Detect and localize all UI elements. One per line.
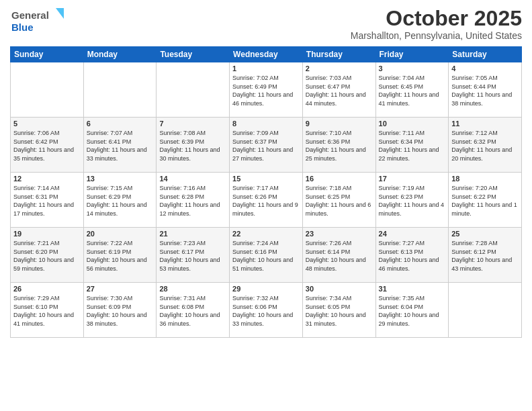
day-info: Sunrise: 7:31 AMSunset: 6:08 PMDaylight:… (159, 295, 220, 327)
header-tuesday: Tuesday (157, 47, 230, 62)
calendar-week-row: 19Sunrise: 7:21 AMSunset: 6:20 PMDayligh… (11, 228, 522, 283)
table-row (449, 283, 522, 338)
header-sunday: Sunday (11, 47, 84, 62)
day-number: 1 (232, 64, 300, 73)
calendar-week-row: 5Sunrise: 7:06 AMSunset: 6:42 PMDaylight… (11, 118, 522, 173)
day-number: 7 (159, 120, 226, 128)
table-row: 8Sunrise: 7:09 AMSunset: 6:37 PMDaylight… (230, 118, 303, 173)
table-row: 4Sunrise: 7:05 AMSunset: 6:44 PMDaylight… (449, 62, 522, 118)
header-friday: Friday (375, 47, 449, 62)
day-number: 17 (379, 175, 446, 183)
day-info: Sunrise: 7:24 AMSunset: 6:16 PMDaylight:… (232, 240, 293, 272)
day-number: 8 (232, 120, 300, 128)
day-info: Sunrise: 7:08 AMSunset: 6:39 PMDaylight:… (159, 130, 220, 162)
calendar-week-row: 26Sunrise: 7:29 AMSunset: 6:10 PMDayligh… (11, 283, 522, 338)
day-number: 25 (451, 230, 519, 238)
day-number: 10 (379, 120, 446, 128)
day-info: Sunrise: 7:14 AMSunset: 6:31 PMDaylight:… (13, 185, 74, 217)
day-info: Sunrise: 7:04 AMSunset: 6:45 PMDaylight:… (379, 75, 439, 107)
day-number: 30 (306, 285, 373, 293)
table-row: 24Sunrise: 7:27 AMSunset: 6:13 PMDayligh… (375, 228, 449, 283)
day-number: 27 (87, 285, 154, 293)
day-info: Sunrise: 7:12 AMSunset: 6:32 PMDaylight:… (451, 130, 512, 162)
table-row: 2Sunrise: 7:03 AMSunset: 6:47 PMDaylight… (302, 62, 375, 118)
table-row: 27Sunrise: 7:30 AMSunset: 6:09 PMDayligh… (83, 283, 157, 338)
day-number: 4 (451, 64, 519, 73)
day-info: Sunrise: 7:15 AMSunset: 6:29 PMDaylight:… (87, 185, 147, 217)
svg-text:Blue: Blue (11, 21, 34, 33)
day-number: 6 (87, 120, 154, 128)
table-row: 31Sunrise: 7:35 AMSunset: 6:04 PMDayligh… (375, 283, 449, 338)
day-number: 15 (232, 175, 300, 183)
day-number: 18 (451, 175, 519, 183)
title-block: October 2025 Marshallton, Pennsylvania, … (351, 7, 522, 41)
table-row (83, 62, 157, 118)
day-number: 14 (159, 175, 226, 183)
table-row: 5Sunrise: 7:06 AMSunset: 6:42 PMDaylight… (11, 118, 84, 173)
day-number: 26 (13, 285, 81, 293)
day-number: 16 (306, 175, 373, 183)
calendar-week-row: 12Sunrise: 7:14 AMSunset: 6:31 PMDayligh… (11, 173, 522, 228)
day-number: 29 (232, 285, 300, 293)
day-info: Sunrise: 7:16 AMSunset: 6:28 PMDaylight:… (159, 185, 220, 217)
day-info: Sunrise: 7:10 AMSunset: 6:36 PMDaylight:… (306, 130, 366, 162)
day-number: 20 (87, 230, 154, 238)
day-number: 12 (13, 175, 81, 183)
table-row (157, 62, 230, 118)
day-info: Sunrise: 7:06 AMSunset: 6:42 PMDaylight:… (13, 130, 74, 162)
calendar-week-row: 1Sunrise: 7:02 AMSunset: 6:49 PMDaylight… (11, 62, 522, 118)
logo-svg: General Blue (10, 7, 71, 37)
day-info: Sunrise: 7:21 AMSunset: 6:20 PMDaylight:… (13, 240, 74, 272)
day-info: Sunrise: 7:28 AMSunset: 6:12 PMDaylight:… (451, 240, 512, 272)
day-number: 31 (379, 285, 446, 293)
page-title: October 2025 (351, 7, 522, 30)
day-info: Sunrise: 7:05 AMSunset: 6:44 PMDaylight:… (451, 75, 512, 107)
table-row: 12Sunrise: 7:14 AMSunset: 6:31 PMDayligh… (11, 173, 84, 228)
day-number: 23 (306, 230, 373, 238)
page: General Blue October 2025 Marshallton, P… (0, 0, 532, 411)
day-number: 21 (159, 230, 226, 238)
table-row: 3Sunrise: 7:04 AMSunset: 6:45 PMDaylight… (375, 62, 449, 118)
header: General Blue October 2025 Marshallton, P… (10, 7, 522, 41)
day-number: 13 (87, 175, 154, 183)
table-row: 13Sunrise: 7:15 AMSunset: 6:29 PMDayligh… (83, 173, 157, 228)
table-row: 21Sunrise: 7:23 AMSunset: 6:17 PMDayligh… (157, 228, 230, 283)
calendar-table: Sunday Monday Tuesday Wednesday Thursday… (10, 46, 522, 338)
table-row: 18Sunrise: 7:20 AMSunset: 6:22 PMDayligh… (449, 173, 522, 228)
table-row: 28Sunrise: 7:31 AMSunset: 6:08 PMDayligh… (157, 283, 230, 338)
svg-marker-1 (56, 8, 64, 19)
day-info: Sunrise: 7:30 AMSunset: 6:09 PMDaylight:… (87, 295, 147, 327)
table-row: 20Sunrise: 7:22 AMSunset: 6:19 PMDayligh… (83, 228, 157, 283)
day-number: 22 (232, 230, 300, 238)
header-thursday: Thursday (302, 47, 375, 62)
table-row: 15Sunrise: 7:17 AMSunset: 6:26 PMDayligh… (230, 173, 303, 228)
table-row: 1Sunrise: 7:02 AMSunset: 6:49 PMDaylight… (230, 62, 303, 118)
day-info: Sunrise: 7:19 AMSunset: 6:23 PMDaylight:… (379, 185, 445, 217)
day-info: Sunrise: 7:03 AMSunset: 6:47 PMDaylight:… (306, 75, 366, 107)
day-number: 24 (379, 230, 446, 238)
table-row: 16Sunrise: 7:18 AMSunset: 6:25 PMDayligh… (302, 173, 375, 228)
day-number: 28 (159, 285, 226, 293)
table-row: 11Sunrise: 7:12 AMSunset: 6:32 PMDayligh… (449, 118, 522, 173)
header-saturday: Saturday (449, 47, 522, 62)
day-info: Sunrise: 7:11 AMSunset: 6:34 PMDaylight:… (379, 130, 439, 162)
table-row: 30Sunrise: 7:34 AMSunset: 6:05 PMDayligh… (302, 283, 375, 338)
table-row: 17Sunrise: 7:19 AMSunset: 6:23 PMDayligh… (375, 173, 449, 228)
day-number: 2 (306, 64, 373, 73)
table-row: 23Sunrise: 7:26 AMSunset: 6:14 PMDayligh… (302, 228, 375, 283)
logo: General Blue (10, 7, 71, 37)
day-info: Sunrise: 7:26 AMSunset: 6:14 PMDaylight:… (306, 240, 366, 272)
table-row: 22Sunrise: 7:24 AMSunset: 6:16 PMDayligh… (230, 228, 303, 283)
table-row: 29Sunrise: 7:32 AMSunset: 6:06 PMDayligh… (230, 283, 303, 338)
day-info: Sunrise: 7:20 AMSunset: 6:22 PMDaylight:… (451, 185, 517, 217)
day-info: Sunrise: 7:09 AMSunset: 6:37 PMDaylight:… (232, 130, 293, 162)
table-row: 14Sunrise: 7:16 AMSunset: 6:28 PMDayligh… (157, 173, 230, 228)
calendar-header-row: Sunday Monday Tuesday Wednesday Thursday… (11, 47, 522, 62)
table-row: 6Sunrise: 7:07 AMSunset: 6:41 PMDaylight… (83, 118, 157, 173)
day-info: Sunrise: 7:23 AMSunset: 6:17 PMDaylight:… (159, 240, 220, 272)
table-row: 19Sunrise: 7:21 AMSunset: 6:20 PMDayligh… (11, 228, 84, 283)
table-row: 9Sunrise: 7:10 AMSunset: 6:36 PMDaylight… (302, 118, 375, 173)
table-row: 7Sunrise: 7:08 AMSunset: 6:39 PMDaylight… (157, 118, 230, 173)
day-info: Sunrise: 7:02 AMSunset: 6:49 PMDaylight:… (232, 75, 293, 107)
day-info: Sunrise: 7:17 AMSunset: 6:26 PMDaylight:… (232, 185, 298, 217)
